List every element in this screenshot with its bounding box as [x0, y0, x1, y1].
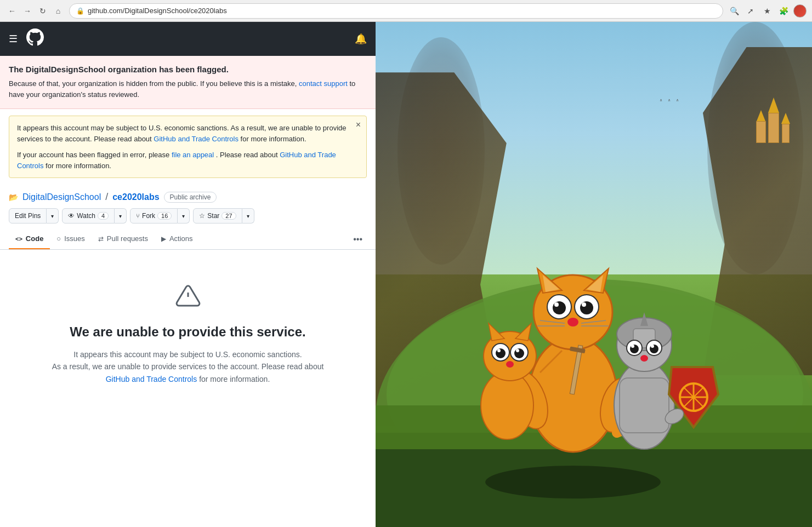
flag-banner-text: Because of that, your organization is hi…: [9, 78, 367, 100]
repo-header: 📂 DigitalDesignSchool / ce2020labs Publi…: [0, 185, 376, 203]
star-button[interactable]: ☆ Star 27: [193, 208, 242, 224]
sanctions-para1: It appears this account may be subject t…: [17, 123, 359, 144]
trade-controls-link-main[interactable]: GitHub and Trade Controls: [106, 375, 197, 383]
home-button[interactable]: ⌂: [52, 4, 65, 18]
actions-icon: ▶: [161, 235, 166, 243]
svg-point-22: [582, 302, 586, 307]
edit-pins-button[interactable]: Edit Pins: [9, 208, 47, 224]
github-header: ☰ 🔔: [0, 22, 376, 56]
bookmark-button[interactable]: ★: [760, 4, 774, 18]
svg-point-6: [485, 466, 661, 499]
repo-actions: Edit Pins ▾ 👁 Watch 4 ▾ ⑂: [0, 203, 376, 229]
issues-icon: ○: [56, 234, 61, 243]
browser-nav-buttons: ← → ↻ ⌂: [5, 4, 65, 18]
nav-more-button[interactable]: •••: [349, 230, 367, 249]
unavailable-text: It appears this account may be subject t…: [51, 348, 325, 385]
star-icon: ☆: [199, 212, 205, 220]
svg-point-30: [481, 371, 533, 439]
github-logo: [26, 28, 44, 49]
browser-chrome: ← → ↻ ⌂ 🔒 github.com/DigitalDesignSchool…: [0, 0, 812, 22]
watch-group: 👁 Watch 4 ▾: [62, 208, 127, 224]
tab-actions[interactable]: ▶ Actions: [155, 229, 200, 249]
back-button[interactable]: ←: [5, 4, 19, 18]
svg-point-37: [514, 348, 524, 358]
unavailable-title: We are unable to provide this service.: [70, 324, 305, 340]
image-panel: ∧ ∧ ∧: [376, 22, 812, 527]
svg-point-40: [506, 361, 514, 368]
lock-icon: 🔒: [76, 7, 84, 15]
star-count: 27: [222, 212, 236, 220]
zoom-button[interactable]: 🔍: [728, 4, 741, 18]
repo-content: We are unable to provide this service. I…: [0, 250, 376, 527]
svg-point-51: [631, 345, 634, 348]
notifications-button[interactable]: 🔔: [355, 33, 367, 45]
public-archive-badge: Public archive: [164, 192, 217, 203]
repo-nav: <> Code ○ Issues ⇄ Pull requests ▶ Actio…: [0, 229, 376, 250]
art-scene: ∧ ∧ ∧: [376, 22, 812, 527]
profile-avatar: [793, 4, 807, 18]
fork-icon: ⑂: [136, 213, 140, 219]
svg-point-39: [516, 349, 519, 352]
eye-icon: 👁: [68, 212, 75, 220]
extensions-button[interactable]: 🧩: [777, 4, 790, 18]
fork-group: ⑂ Fork 16 ▾: [130, 208, 190, 224]
svg-point-52: [651, 345, 654, 348]
watch-caret[interactable]: ▾: [115, 208, 127, 224]
browser-toolbar: 🔍 ➚ ★ 🧩: [728, 4, 807, 18]
svg-point-36: [496, 348, 506, 358]
svg-point-19: [553, 301, 566, 314]
star-group: ☆ Star 27 ▾: [193, 208, 254, 224]
main-layout: ☰ 🔔 The DigitalDesignSchool organization…: [0, 22, 812, 527]
fork-caret-icon: ▾: [182, 213, 185, 219]
cats-svg: [376, 22, 812, 527]
caret-icon: ▾: [51, 213, 54, 219]
repo-name-link[interactable]: ce2020labs: [112, 192, 159, 202]
tab-pull-requests[interactable]: ⇄ Pull requests: [92, 229, 155, 249]
org-link[interactable]: DigitalDesignSchool: [22, 192, 101, 202]
fork-caret[interactable]: ▾: [178, 208, 190, 224]
repo-icon: 📂: [9, 193, 18, 202]
file-appeal-link[interactable]: file an appeal: [172, 151, 214, 159]
repo-separator: /: [105, 191, 108, 203]
watch-count: 4: [98, 212, 109, 220]
github-panel: ☰ 🔔 The DigitalDesignSchool organization…: [0, 22, 376, 527]
watch-caret-icon: ▾: [119, 213, 122, 219]
forward-button[interactable]: →: [21, 4, 34, 18]
header-left: ☰: [9, 28, 44, 49]
code-icon: <>: [15, 236, 22, 242]
profile-button[interactable]: [793, 4, 807, 18]
svg-point-23: [567, 318, 578, 326]
svg-point-20: [580, 301, 593, 314]
star-caret[interactable]: ▾: [242, 208, 254, 224]
menu-button[interactable]: ☰: [9, 33, 18, 45]
pr-icon: ⇄: [98, 235, 104, 243]
share-button[interactable]: ➚: [744, 4, 757, 18]
edit-pins-caret[interactable]: ▾: [47, 208, 59, 224]
svg-point-38: [497, 349, 501, 352]
reload-button[interactable]: ↻: [36, 4, 49, 18]
tab-issues[interactable]: ○ Issues: [50, 229, 91, 249]
warning-icon: [175, 283, 201, 313]
fork-button[interactable]: ⑂ Fork 16: [130, 208, 178, 224]
url-text: github.com/DigitalDesignSchool/ce2020lab…: [88, 7, 227, 15]
svg-point-53: [640, 355, 648, 362]
sanctions-close-button[interactable]: ×: [356, 121, 361, 129]
sanctions-box: × It appears this account may be subject…: [9, 116, 367, 178]
svg-point-41: [614, 362, 674, 449]
fork-count: 16: [157, 212, 172, 220]
svg-point-21: [554, 302, 559, 307]
star-caret-icon: ▾: [247, 213, 249, 219]
flag-banner-title: The DigitalDesignSchool organization has…: [9, 65, 367, 74]
contact-support-link[interactable]: contact support: [299, 79, 348, 88]
flag-banner: The DigitalDesignSchool organization has…: [0, 56, 376, 109]
sanctions-para2: If your account has been flagged in erro…: [17, 150, 359, 171]
address-bar[interactable]: 🔒 github.com/DigitalDesignSchool/ce2020l…: [69, 3, 723, 19]
tab-code[interactable]: <> Code: [9, 229, 50, 249]
trade-controls-link-1[interactable]: GitHub and Trade Controls: [154, 135, 239, 143]
edit-pins-group: Edit Pins ▾: [9, 208, 59, 224]
watch-button[interactable]: 👁 Watch 4: [62, 208, 115, 224]
